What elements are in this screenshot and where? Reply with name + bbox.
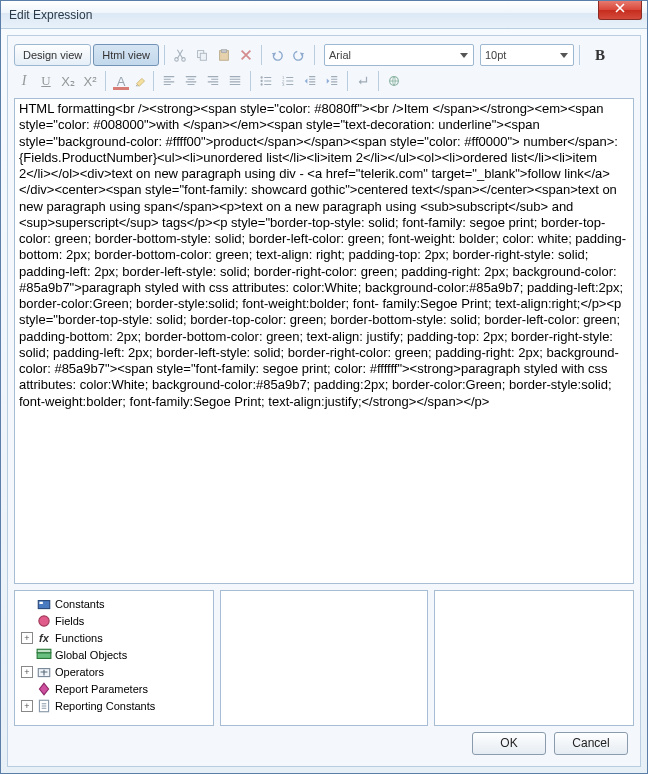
superscript-button[interactable]: X² bbox=[80, 71, 100, 91]
paste-icon[interactable] bbox=[214, 45, 234, 65]
outdent-icon[interactable] bbox=[300, 71, 320, 91]
separator bbox=[261, 45, 262, 65]
expand-icon[interactable]: + bbox=[21, 666, 33, 678]
font-size-select[interactable]: 10pt bbox=[480, 44, 574, 66]
font-family-select[interactable]: Arial bbox=[324, 44, 474, 66]
dialog-buttons: OK Cancel bbox=[14, 726, 634, 760]
description-pane[interactable] bbox=[434, 590, 634, 726]
cancel-button[interactable]: Cancel bbox=[554, 732, 628, 755]
separator bbox=[378, 71, 379, 91]
expand-icon[interactable]: + bbox=[21, 700, 33, 712]
separator bbox=[105, 71, 106, 91]
svg-point-0 bbox=[175, 58, 179, 62]
align-justify-icon[interactable] bbox=[225, 71, 245, 91]
tree-item-functions[interactable]: + fx Functions bbox=[17, 629, 211, 646]
indent-icon[interactable] bbox=[322, 71, 342, 91]
svg-rect-16 bbox=[37, 652, 51, 658]
separator bbox=[579, 45, 580, 65]
constants-icon bbox=[36, 597, 52, 611]
separator bbox=[164, 45, 165, 65]
expand-icon[interactable]: + bbox=[21, 632, 33, 644]
svg-rect-5 bbox=[221, 50, 226, 53]
fields-icon bbox=[36, 614, 52, 628]
tree-item-globals[interactable]: Global Objects bbox=[17, 646, 211, 663]
close-button[interactable] bbox=[598, 1, 642, 20]
numbered-list-icon[interactable]: 123 bbox=[278, 71, 298, 91]
svg-text:3: 3 bbox=[282, 82, 285, 87]
titlebar: Edit Expression bbox=[1, 1, 647, 29]
bulleted-list-icon[interactable] bbox=[256, 71, 276, 91]
copy-icon[interactable] bbox=[192, 45, 212, 65]
toolbar-row-1: Design view Html view Arial 10pt B bbox=[14, 42, 634, 68]
tree-item-reportconst[interactable]: + Reporting Constants bbox=[17, 697, 211, 714]
cut-icon[interactable] bbox=[170, 45, 190, 65]
window-title: Edit Expression bbox=[9, 8, 92, 22]
tree-item-operators[interactable]: + Operators bbox=[17, 663, 211, 680]
undo-icon[interactable] bbox=[267, 45, 287, 65]
svg-rect-3 bbox=[200, 53, 206, 60]
subscript-button[interactable]: X₂ bbox=[58, 71, 78, 91]
tree-item-constants[interactable]: Constants bbox=[17, 595, 211, 612]
functions-icon: fx bbox=[36, 631, 52, 645]
separator bbox=[250, 71, 251, 91]
align-right-icon[interactable] bbox=[203, 71, 223, 91]
break-icon[interactable] bbox=[353, 71, 373, 91]
bold-button[interactable]: B bbox=[589, 44, 611, 66]
ok-button[interactable]: OK bbox=[472, 732, 546, 755]
html-source-textarea[interactable]: HTML formatting<br /><strong><span style… bbox=[14, 98, 634, 584]
tree-item-params[interactable]: Report Parameters bbox=[17, 680, 211, 697]
lower-panes: Constants Fields + fx Functions Global O… bbox=[14, 590, 634, 726]
svg-point-1 bbox=[182, 58, 186, 62]
svg-point-8 bbox=[260, 83, 262, 85]
members-list[interactable] bbox=[220, 590, 428, 726]
separator bbox=[153, 71, 154, 91]
svg-point-7 bbox=[260, 80, 262, 82]
highlight-button[interactable] bbox=[133, 71, 148, 91]
separator bbox=[314, 45, 315, 65]
design-view-button[interactable]: Design view bbox=[14, 44, 91, 66]
operators-icon bbox=[36, 665, 52, 679]
underline-button[interactable]: U bbox=[36, 71, 56, 91]
categories-tree[interactable]: Constants Fields + fx Functions Global O… bbox=[14, 590, 214, 726]
align-center-icon[interactable] bbox=[181, 71, 201, 91]
html-view-button[interactable]: Html view bbox=[93, 44, 159, 66]
reportconst-icon bbox=[36, 699, 52, 713]
toolbar-row-2: I U X₂ X² A 123 bbox=[14, 68, 634, 94]
delete-icon[interactable] bbox=[236, 45, 256, 65]
params-icon bbox=[36, 682, 52, 696]
svg-rect-14 bbox=[39, 601, 42, 603]
redo-icon[interactable] bbox=[289, 45, 309, 65]
tree-item-fields[interactable]: Fields bbox=[17, 612, 211, 629]
svg-point-15 bbox=[39, 615, 49, 625]
svg-point-6 bbox=[260, 76, 262, 78]
align-left-icon[interactable] bbox=[159, 71, 179, 91]
italic-button[interactable]: I bbox=[14, 71, 34, 91]
svg-rect-17 bbox=[37, 649, 51, 652]
text-color-button[interactable]: A bbox=[111, 71, 131, 91]
globals-icon bbox=[36, 648, 52, 662]
separator bbox=[347, 71, 348, 91]
hyperlink-icon[interactable] bbox=[384, 71, 404, 91]
